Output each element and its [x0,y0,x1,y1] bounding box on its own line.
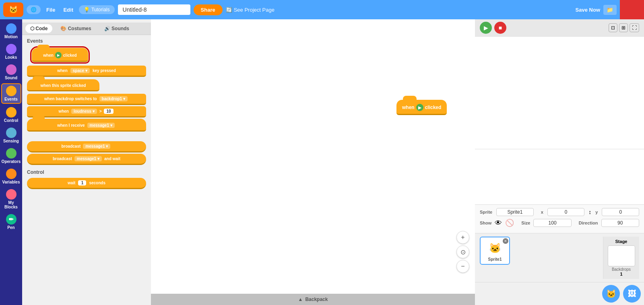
share-button[interactable]: Share [194,4,223,15]
sprite-info-name-row: Sprite x ↕ y [480,208,639,216]
block-broadcast-wait[interactable]: broadcast message1 ▾ and wait [27,154,146,165]
sprite-size-input[interactable] [533,219,571,227]
sidebar-item-control[interactable]: Control [1,105,21,124]
block-when-sprite-clicked[interactable]: when this sprite clicked [27,79,99,91]
control-section-header: Control [22,166,151,177]
zoom-reset-button[interactable]: ⊙ [456,245,469,258]
layout-fullscreen-button[interactable]: ⛶ [630,23,639,32]
events-dot [6,86,17,96]
sidebar-item-looks[interactable]: Looks [1,42,21,61]
canvas-block-when-flag[interactable]: when ▶ clicked [396,100,447,115]
sprite-name-input[interactable] [496,208,534,216]
sprite-y-input[interactable] [602,208,639,216]
sprite-x-input[interactable] [547,208,585,216]
sidebar-item-pen[interactable]: ✏ Pen [1,212,21,231]
sprite-show-row: Show 👁 🚫 Size Direction [480,218,639,227]
zoom-controls: + ⊙ − [456,231,469,273]
myblocks-dot [6,189,17,200]
motion-dot [6,23,17,34]
control-dot [6,107,17,117]
block-when-backdrop[interactable]: when backdrop switches to backdrop1 ▾ [27,94,146,105]
tab-costumes[interactable]: 🎨 Costumes [56,24,96,33]
add-sprite-button[interactable]: 🐱 [602,285,620,303]
stage-layout-buttons: ⊡ ⊞ ⛶ [609,23,639,32]
block-when-gt[interactable]: when loudness ▾ > 10 [27,106,146,117]
blocks-panel: ⬡ Code 🎨 Costumes 🔊 Sounds Events when ▶… [22,19,151,305]
layout-small-button[interactable]: ⊡ [609,23,617,32]
project-title-input[interactable] [118,4,190,15]
green-flag-button[interactable]: ▶ [480,22,492,34]
stop-button[interactable]: ■ [494,22,506,34]
scratch-logo: 🐱 [3,2,23,17]
y-axis-icon: ↕ [588,209,591,215]
block-when-receive[interactable]: when I receive message1 ▾ [27,119,146,132]
stage-controls: ▶ ■ ⊡ ⊞ ⛶ [475,19,644,37]
layout-medium-button[interactable]: ⊞ [619,23,628,32]
stage-side: Stage Backdrops 1 [603,237,639,279]
operators-dot [6,148,17,159]
backdrops-label: Backdrops [612,267,631,272]
backpack-triangle: ▲ [298,297,303,302]
sidebar-item-operators[interactable]: Operators [1,146,21,165]
block-broadcast[interactable]: broadcast message1 ▾ [27,141,146,152]
looks-dot [6,44,17,54]
sprite-image: 🐱 [487,240,503,256]
canvas-green-flag-icon: ▶ [416,104,423,111]
sound-dot [6,64,17,75]
sidebar-item-events[interactable]: Events [1,83,21,104]
pen-dot: ✏ [6,214,17,225]
sidebar-item-sound[interactable]: Sound [1,63,21,82]
zoom-in-button[interactable]: + [456,231,469,244]
sidebar-item-sensing[interactable]: Sensing [1,126,21,145]
show-visible-button[interactable]: 👁 [495,219,502,227]
sprites-section: ✕ 🐱 Sprite1 Stage Backdrops 1 [475,233,644,282]
file-menu-button[interactable]: File [44,5,58,14]
sprite-direction-input[interactable] [601,219,639,227]
show-hidden-button[interactable]: 🚫 [505,218,514,227]
add-buttons-row: 🐱 🖼 [475,282,644,305]
save-now-button[interactable]: Save Now [576,7,600,13]
sprite-delete-button[interactable]: ✕ [503,238,508,244]
tutorials-button[interactable]: 💡 Tutorials [79,5,115,14]
sidebar: Motion Looks Sound Events Control Sensin… [0,19,22,305]
globe-icon: 🌐 [31,7,37,12]
block-when-flag[interactable]: when ▶ clicked [32,48,88,62]
code-tab-icon: ⬡ [30,26,34,31]
sidebar-item-motion[interactable]: Motion [1,22,21,41]
add-sprite-icon: 🐱 [606,289,616,299]
sounds-tab-icon: 🔊 [104,26,110,31]
sprite-info: Sprite x ↕ y Show 👁 🚫 Size Direction [475,204,644,233]
backpack-bar[interactable]: ▲ Backpack [151,294,475,305]
sub-tabs: ⬡ Code 🎨 Costumes 🔊 Sounds [22,23,151,35]
tutorials-icon: 💡 [84,7,90,12]
variables-dot [6,169,17,179]
sprites-list: ✕ 🐱 Sprite1 [480,237,601,279]
nav-red-button[interactable] [620,0,644,19]
backdrops-count: 1 [620,272,622,276]
tab-code[interactable]: ⬡ Code [25,24,52,33]
block-wait[interactable]: wait 1 seconds [27,178,146,189]
folder-icon: 📁 [607,7,613,13]
zoom-out-button[interactable]: − [456,260,469,273]
green-flag-icon: ▶ [55,52,62,58]
code-canvas: when ▶ clicked + ⊙ − ▲ Backpack [151,19,475,305]
top-nav: 🐱 🌐 File Edit 💡 Tutorials Share 🔄 See Pr… [0,0,644,19]
edit-menu-button[interactable]: Edit [61,5,76,14]
sidebar-item-myblocks[interactable]: My Blocks [1,188,21,211]
main-layout: Motion Looks Sound Events Control Sensin… [0,19,644,305]
sidebar-item-variables[interactable]: Variables [1,167,21,186]
refresh-icon: 🔄 [226,7,232,13]
globe-button[interactable]: 🌐 [27,5,41,14]
add-backdrop-icon: 🖼 [628,289,636,299]
block-when-key[interactable]: when space ▾ key pressed [27,66,146,77]
add-backdrop-button[interactable]: 🖼 [623,285,641,303]
code-area[interactable]: when ▶ clicked + ⊙ − ▲ Backpack [151,19,475,305]
stage-area [475,37,644,204]
sprite-thumbnail-sprite1[interactable]: ✕ 🐱 Sprite1 [480,237,510,265]
see-project-button[interactable]: 🔄 See Project Page [226,7,275,13]
folder-button[interactable]: 📁 [603,5,617,15]
right-panel: ▶ ■ ⊡ ⊞ ⛶ Sprite x ↕ y [475,19,644,305]
stage-thumbnail[interactable] [608,245,635,266]
costumes-tab-icon: 🎨 [60,26,66,31]
tab-sounds[interactable]: 🔊 Sounds [99,24,134,33]
